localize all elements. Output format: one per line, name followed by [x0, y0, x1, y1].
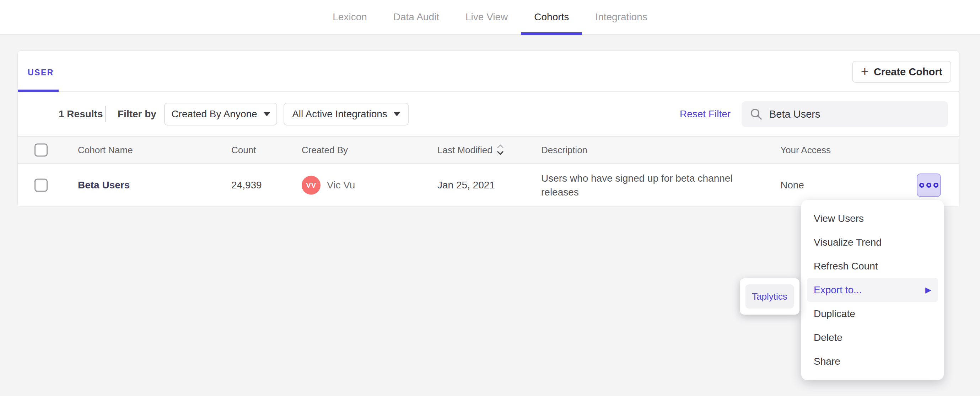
nav-item-label: Integrations — [595, 11, 647, 23]
create-cohort-button[interactable]: + Create Cohort — [852, 61, 951, 83]
cohort-name-link[interactable]: Beta Users — [78, 179, 130, 191]
column-header-cohort-name: Cohort Name — [78, 145, 133, 156]
creator-name: Vic Vu — [327, 179, 355, 191]
row-context-menu: View Users Visualize Trend Refresh Count… — [801, 200, 944, 380]
reset-filter-link[interactable]: Reset Filter — [680, 109, 730, 120]
avatar: VV — [302, 176, 320, 195]
export-submenu: Taplytics — [740, 278, 800, 315]
card-tab-bar: USER + Create Cohort — [18, 51, 959, 92]
table-header: Cohort Name Count Created By Last Modifi… — [18, 136, 959, 164]
nav-item-lexicon[interactable]: Lexicon — [320, 0, 380, 34]
menu-item-share[interactable]: Share — [807, 350, 938, 373]
search-input[interactable] — [769, 109, 940, 120]
tab-user[interactable]: USER — [28, 68, 54, 78]
select-all-checkbox[interactable] — [35, 144, 48, 157]
menu-item-export-to[interactable]: Export to... ▶ — [807, 278, 938, 302]
more-horizontal-icon — [926, 183, 931, 188]
nav-item-label: Lexicon — [332, 11, 367, 23]
column-header-created-by: Created By — [302, 145, 348, 156]
user-tab-underline — [18, 89, 59, 92]
nav-item-label: Cohorts — [534, 11, 569, 23]
integrations-dropdown[interactable]: All Active Integrations — [283, 103, 409, 126]
top-navigation: Lexicon Data Audit Live View Cohorts Int… — [0, 0, 980, 35]
last-modified-cell: Jan 25, 2021 — [438, 179, 495, 191]
integrations-dropdown-value: All Active Integrations — [292, 109, 387, 120]
created-by-dropdown[interactable]: Created By Anyone — [164, 103, 277, 126]
more-horizontal-icon — [919, 183, 924, 188]
filter-by-label: Filter by — [118, 109, 156, 120]
filter-row: 1 Results Filter by Created By Anyone Al… — [18, 92, 959, 136]
caret-down-icon — [394, 112, 400, 116]
menu-item-duplicate[interactable]: Duplicate — [807, 302, 938, 326]
nav-item-label: Live View — [466, 11, 508, 23]
menu-item-visualize-trend[interactable]: Visualize Trend — [807, 230, 938, 254]
menu-item-delete[interactable]: Delete — [807, 326, 938, 350]
column-header-your-access: Your Access — [780, 145, 831, 156]
results-count: 1 Results — [59, 109, 103, 120]
nav-item-data-audit[interactable]: Data Audit — [380, 0, 452, 34]
search-box — [741, 101, 948, 127]
submenu-arrow-icon: ▶ — [925, 286, 931, 295]
description-cell: Users who have signed up for beta channe… — [541, 171, 754, 199]
plus-icon: + — [861, 64, 869, 78]
menu-item-label: Export to... — [814, 284, 862, 296]
row-checkbox[interactable] — [35, 179, 48, 192]
nav-item-live-view[interactable]: Live View — [452, 0, 521, 34]
column-header-last-modified[interactable]: Last Modified — [438, 142, 504, 158]
caret-down-icon — [264, 112, 270, 116]
cohorts-card: USER + Create Cohort 1 Results Filter by… — [18, 51, 959, 206]
nav-item-cohorts[interactable]: Cohorts — [521, 0, 582, 34]
sort-icon — [496, 142, 504, 158]
column-header-label: Last Modified — [438, 145, 493, 156]
nav-item-integrations[interactable]: Integrations — [582, 0, 660, 34]
nav-item-label: Data Audit — [393, 11, 439, 23]
menu-item-refresh-count[interactable]: Refresh Count — [807, 254, 938, 278]
submenu-item-taplytics[interactable]: Taplytics — [746, 284, 794, 308]
created-by-dropdown-value: Created By Anyone — [171, 109, 257, 120]
column-header-count: Count — [231, 145, 256, 156]
column-header-description: Description — [541, 145, 587, 156]
create-cohort-label: Create Cohort — [874, 66, 942, 78]
active-tab-underline — [521, 32, 582, 35]
search-icon — [749, 107, 763, 121]
your-access-cell: None — [780, 179, 804, 191]
menu-item-view-users[interactable]: View Users — [807, 206, 938, 230]
vertical-divider — [105, 106, 106, 122]
more-actions-button[interactable] — [917, 174, 941, 197]
created-by-cell: VV Vic Vu — [302, 176, 355, 195]
more-horizontal-icon — [934, 183, 939, 188]
cohort-count: 24,939 — [231, 179, 262, 191]
